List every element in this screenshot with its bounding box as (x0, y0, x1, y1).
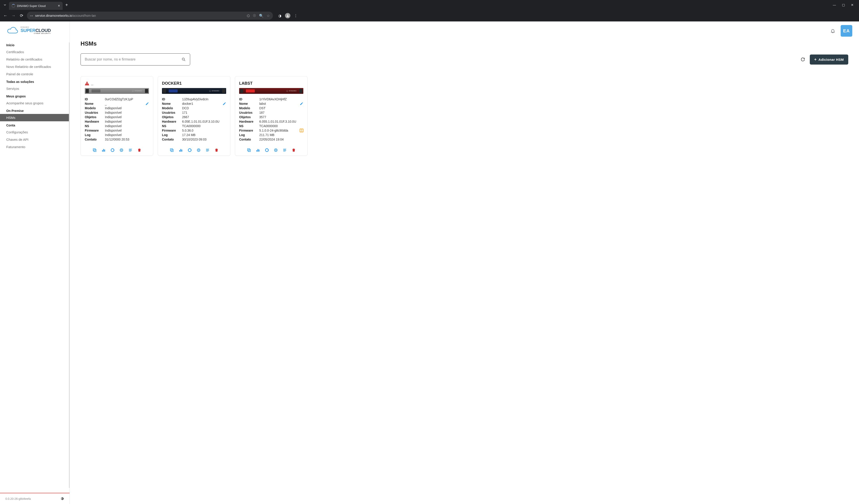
list-icon[interactable] (283, 148, 287, 152)
nav-item-acompanhe[interactable]: Acompanhe seus grupos (0, 99, 70, 107)
device-image: ◯ DINAMO (239, 88, 303, 94)
svg-point-0 (287, 15, 288, 16)
svg-rect-29 (248, 149, 250, 152)
back-button[interactable]: ← (3, 13, 8, 18)
address-bar[interactable]: ⊶ service.dinamonetworks.io/account/hsm-… (27, 12, 273, 20)
extension-icon[interactable]: ◑ (278, 14, 282, 18)
add-hsm-button[interactable]: + Adicionar HSM (810, 54, 848, 65)
copy-icon[interactable] (169, 148, 174, 152)
nav-section-grupos: Meus grupos (0, 92, 70, 99)
donut-chart-icon[interactable] (187, 148, 192, 152)
copy-icon[interactable] (92, 148, 97, 152)
edit-name-icon[interactable] (146, 102, 149, 106)
hsm-card: _ ◯ DINAMO ID0urCOdZl2gTzK1pP Nome_ Mode… (80, 76, 153, 156)
edit-name-icon[interactable] (223, 102, 226, 106)
copy-icon[interactable] (247, 148, 251, 152)
field-modelo: DST (259, 106, 303, 110)
field-id: 0urCOdZl2gTzK1pP (105, 97, 149, 101)
maximize-button[interactable]: ▢ (841, 3, 846, 7)
field-log: 211.71 MB (259, 133, 303, 137)
svg-rect-18 (170, 148, 172, 151)
forward-button[interactable]: → (11, 13, 16, 18)
bar-chart-icon[interactable] (101, 148, 106, 152)
nav-item-hsms[interactable]: HSMs (0, 114, 70, 121)
list-icon[interactable] (205, 148, 210, 152)
close-tab-icon[interactable]: × (58, 4, 60, 8)
minimize-button[interactable]: — (832, 3, 837, 7)
bar-chart-icon[interactable] (179, 148, 183, 152)
nav-item-chaves-api[interactable]: Chaves de API (0, 136, 70, 143)
field-nome: labst (259, 102, 303, 106)
device-image: ◯ DINAMO (85, 88, 149, 94)
svg-rect-8 (103, 149, 104, 152)
nav-item-certificados[interactable]: Certificados (0, 48, 70, 56)
target-icon[interactable] (274, 148, 278, 152)
donut-chart-icon[interactable] (265, 148, 269, 152)
delete-icon[interactable] (137, 148, 141, 152)
search-box[interactable] (80, 53, 190, 65)
browser-tab[interactable]: DINAMO Super Cloud × (9, 2, 63, 10)
nav-item-novo-relatorio[interactable]: Novo Relatório de certificados (0, 63, 70, 70)
warning-icon (85, 81, 89, 85)
search-icon[interactable] (181, 57, 186, 62)
menu-button[interactable]: ⋮ (294, 14, 298, 18)
notifications-bell-icon[interactable] (830, 28, 835, 33)
page-title: HSMs (80, 40, 848, 47)
field-id: 1rYiVD6AvXDHjHfZ (259, 97, 303, 101)
svg-rect-6 (93, 148, 95, 151)
profile-button[interactable] (285, 13, 290, 18)
nav-section-conta: Conta (0, 121, 70, 128)
close-window-button[interactable]: ✕ (850, 3, 855, 7)
tab-list-dropdown[interactable] (2, 2, 8, 8)
field-objetos: 2667 (182, 115, 226, 119)
svg-point-10 (111, 148, 114, 152)
password-key-icon[interactable]: ⌬ (247, 14, 250, 18)
app-logo[interactable]: DINAMO SUPERCLOUD CYBER SECURITY (0, 21, 70, 39)
translate-icon[interactable]: ⦾ (253, 14, 256, 18)
svg-rect-3 (87, 83, 87, 84)
user-avatar[interactable]: EA (841, 25, 852, 37)
nav-item-faturamento[interactable]: Faturamento (0, 143, 70, 151)
card-title: _ (91, 81, 93, 86)
svg-rect-32 (257, 149, 258, 152)
field-usuarios: Indisponível (105, 111, 149, 114)
target-icon[interactable] (119, 148, 124, 152)
nav-item-configuracoes[interactable]: Configurações (0, 128, 70, 136)
zoom-icon[interactable]: 🔍 (259, 14, 263, 18)
nav-item-painel[interactable]: Painel de controle (0, 70, 70, 78)
nav-item-servicos[interactable]: Serviços (0, 85, 70, 92)
sidebar-scrollbar[interactable] (69, 43, 70, 488)
delete-icon[interactable] (214, 148, 219, 152)
field-contato: 30/10/2023 09:03 (182, 138, 226, 141)
site-info-icon[interactable]: ⊶ (30, 14, 33, 17)
svg-rect-21 (181, 150, 182, 152)
svg-rect-17 (171, 149, 173, 152)
svg-point-1 (182, 58, 184, 60)
url-text: service.dinamonetworks.io/account/hsm-la… (35, 14, 96, 17)
svg-point-24 (198, 149, 199, 151)
svg-point-36 (275, 149, 276, 151)
nav-section-onpremise: On Premise (0, 107, 70, 114)
field-id: 1JZ6upAVyDivdcIn (182, 97, 226, 101)
field-log: Indisponível (105, 133, 149, 137)
search-input[interactable] (85, 58, 181, 61)
bar-chart-icon[interactable] (256, 148, 260, 152)
donut-chart-icon[interactable] (110, 148, 115, 152)
settings-gear-icon[interactable] (60, 497, 64, 501)
svg-point-11 (120, 148, 123, 152)
edit-name-icon[interactable] (300, 102, 303, 106)
new-tab-button[interactable]: + (63, 2, 70, 9)
refresh-button[interactable] (800, 57, 805, 62)
list-icon[interactable] (128, 148, 133, 152)
field-modelo: DCD (182, 106, 226, 110)
card-title: DOCKER1 (162, 81, 182, 86)
field-contato: 31/12/0000 20:53 (105, 138, 149, 141)
bookmark-icon[interactable]: ☆ (267, 14, 270, 18)
field-firmware: Indisponível (105, 129, 149, 132)
target-icon[interactable] (196, 148, 201, 152)
main-content: EA HSMs + Adicionar HSM (70, 21, 859, 504)
nav-item-relatorio[interactable]: Relatório de certificados (0, 56, 70, 63)
delete-icon[interactable] (291, 148, 296, 152)
reload-button[interactable]: ⟳ (19, 13, 24, 18)
firmware-warning-icon[interactable]: ! (300, 129, 303, 132)
